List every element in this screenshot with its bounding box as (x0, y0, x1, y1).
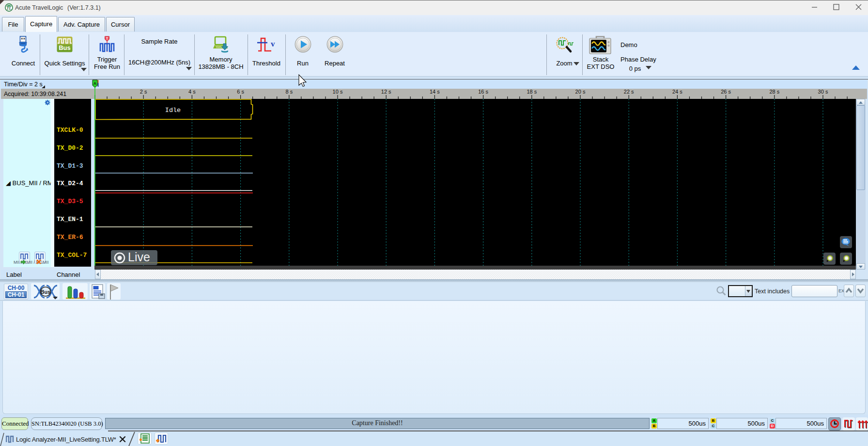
svg-text:22 s: 22 s (624, 89, 634, 95)
svg-text:8 s: 8 s (285, 89, 293, 95)
svg-text:2 s: 2 s (140, 89, 147, 95)
svg-text:20 s: 20 s (575, 89, 586, 95)
svg-text:28 s: 28 s (769, 89, 779, 95)
svg-text:16 s: 16 s (478, 89, 488, 95)
svg-text:18 s: 18 s (527, 89, 537, 95)
svg-text:26 s: 26 s (721, 89, 731, 95)
svg-text:v: v (271, 39, 275, 48)
svg-text:10 s: 10 s (333, 89, 343, 95)
svg-text:6 s: 6 s (237, 89, 244, 95)
svg-text:30 s: 30 s (818, 89, 828, 95)
svg-text:A: A (93, 81, 96, 86)
svg-text:TL: TL (7, 6, 12, 11)
svg-text:Bus: Bus (59, 44, 71, 51)
svg-text:12 s: 12 s (381, 89, 391, 95)
svg-text:T: T (106, 36, 108, 41)
svg-text:Idle: Idle (165, 107, 181, 114)
svg-text:24 s: 24 s (672, 89, 682, 95)
svg-text:14 s: 14 s (430, 89, 440, 95)
svg-text:Bus: Bus (41, 289, 51, 295)
svg-text:4 s: 4 s (188, 89, 196, 95)
